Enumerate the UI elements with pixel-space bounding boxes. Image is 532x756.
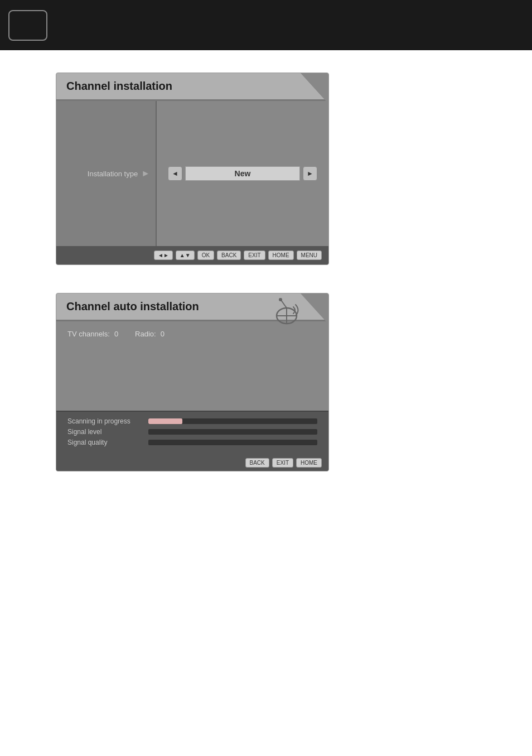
top-bar — [0, 0, 532, 50]
channel-auto-installation-panel: Channel auto installation TV channels: 0 — [56, 293, 329, 471]
installation-type-label: Installation type — [88, 170, 138, 178]
tv-channels-value: 0 — [114, 330, 118, 338]
scanning-progress-bar — [148, 418, 317, 424]
panel2-footer: BACK EXIT HOME — [56, 455, 328, 471]
panel1-header: Channel installation — [56, 73, 328, 101]
panel1-body: Installation type ► ◄ New ► — [56, 101, 328, 246]
back-btn2[interactable]: BACK — [245, 458, 269, 468]
channels-info: TV channels: 0 Radio: 0 — [67, 330, 317, 338]
scanning-label: Scanning in progress — [67, 417, 140, 425]
back-btn[interactable]: BACK — [217, 251, 241, 260]
radio-info: Radio: 0 — [135, 330, 165, 338]
satellite-icon — [264, 295, 303, 325]
arrow-right-indicator: ► — [141, 168, 150, 179]
signal-level-row: Signal level — [67, 428, 317, 436]
svg-line-3 — [281, 300, 287, 308]
selector-left-arrow[interactable]: ◄ — [168, 166, 182, 181]
tv-channels-info: TV channels: 0 — [67, 330, 118, 338]
selector-right-arrow[interactable]: ► — [303, 166, 317, 181]
exit-btn[interactable]: EXIT — [244, 251, 265, 260]
panel1-left-sidebar: Installation type ► — [56, 101, 157, 246]
svg-point-4 — [279, 298, 282, 301]
radio-label: Radio: — [135, 330, 156, 338]
installation-type-selector: ◄ New ► — [168, 166, 317, 181]
panel1-footer: ◄► ▲▼ OK BACK EXIT HOME MENU — [56, 246, 328, 264]
signal-level-label: Signal level — [67, 428, 140, 436]
lr-arrows-btn[interactable]: ◄► — [154, 251, 173, 260]
panel2-middle — [67, 346, 317, 391]
panel1-right-content: ◄ New ► — [157, 101, 328, 246]
home-btn[interactable]: HOME — [268, 251, 294, 260]
signal-quality-bar — [148, 440, 317, 445]
panel2-title: Channel auto installation — [66, 300, 199, 313]
exit-btn2[interactable]: EXIT — [272, 458, 293, 468]
ud-arrows-btn[interactable]: ▲▼ — [176, 251, 195, 260]
main-content: Channel installation Installation type ►… — [0, 50, 532, 494]
panel2-header: Channel auto installation — [56, 293, 328, 321]
radio-value: 0 — [161, 330, 165, 338]
tv-channels-label: TV channels: — [67, 330, 110, 338]
selector-value-display: New — [185, 166, 300, 181]
scanning-progress-fill — [148, 418, 182, 424]
signal-quality-row: Signal quality — [67, 439, 317, 446]
signal-quality-label: Signal quality — [67, 439, 140, 446]
signal-level-bar — [148, 429, 317, 435]
scanning-progress-row: Scanning in progress — [67, 417, 317, 425]
menu-btn[interactable]: MENU — [297, 251, 322, 260]
channel-installation-panel: Channel installation Installation type ►… — [56, 73, 329, 265]
logo — [8, 10, 47, 41]
panel2-progress-section: Scanning in progress Signal level Signal… — [56, 411, 328, 455]
ok-btn[interactable]: OK — [197, 251, 214, 260]
home-btn2[interactable]: HOME — [296, 458, 322, 468]
panel1-title: Channel installation — [66, 80, 172, 93]
panel2-body: TV channels: 0 Radio: 0 — [56, 321, 328, 411]
